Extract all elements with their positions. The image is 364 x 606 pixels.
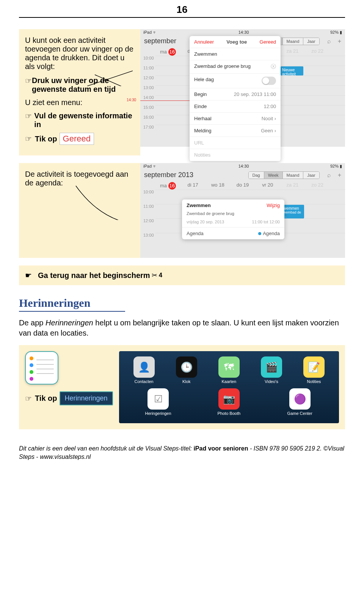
month-title: september	[144, 37, 176, 45]
seg-year[interactable]: Jaar	[303, 38, 319, 45]
ipad-screenshot-2: iPad ᯤ 14:30 92% ▮ september 2013 Dag We…	[140, 163, 345, 258]
status-bar: iPad ᯤ 14:30 92% ▮	[140, 163, 345, 170]
time-label: 11:00	[143, 66, 154, 75]
today-badge: 16	[168, 48, 176, 56]
step-tap-gereed: Tik op Gereed	[25, 133, 134, 145]
view-segments[interactable]: Dag Week Maand Jaar	[248, 171, 320, 179]
new-event-block[interactable]: Nieuwe activiteit	[281, 66, 303, 75]
time-label: 17:00	[143, 125, 154, 135]
seg-day[interactable]: Dag	[249, 172, 264, 179]
seg-month[interactable]: Maand	[283, 172, 304, 179]
status-battery: 92% ▮	[330, 30, 342, 35]
step-press: Druk uw vinger op de gewenste datum en t…	[25, 76, 134, 94]
day-fri[interactable]: vr 20	[255, 182, 280, 190]
app-videos[interactable]: 🎬Video's	[253, 356, 290, 384]
location-field[interactable]: Zwembad de groene brugⓧ	[190, 60, 281, 74]
time-label: 14:00	[143, 95, 154, 105]
plus-icon[interactable]: +	[338, 172, 341, 179]
status-left: iPad ᯤ	[143, 164, 157, 169]
status-time: 14:30	[238, 30, 249, 35]
day-mon[interactable]: ma 16	[155, 48, 180, 56]
begin-row[interactable]: Begin20 sep. 2013 11:00	[190, 88, 281, 100]
footer: Dit cahier is een deel van een hoofdstuk…	[19, 444, 345, 461]
notes-row[interactable]: Notities	[190, 149, 281, 161]
event-sub: Zwembad de g…	[281, 210, 303, 218]
page-number: 16	[19, 0, 345, 18]
instructions-1: U kunt ook een activiteit toevoegen door…	[19, 29, 140, 155]
time-label: 16:00	[143, 115, 154, 125]
day-sun[interactable]: zo 22	[305, 182, 330, 190]
add-event-popup: Annuleer Voeg toe Gereed Zwemmen Zwembad…	[190, 36, 281, 161]
time-label: 11:00	[143, 204, 154, 218]
day-sat[interactable]: za 21	[280, 182, 305, 190]
repeat-row[interactable]: HerhaalNooit ›	[190, 113, 281, 125]
time-label: 15:00	[143, 105, 154, 115]
seg-week[interactable]: Week	[264, 172, 283, 179]
seg-month[interactable]: Maand	[283, 38, 304, 45]
day-wed[interactable]: wo 18	[205, 182, 230, 190]
time-label: 13:00	[143, 233, 154, 247]
footnote-ref: 4	[159, 272, 162, 279]
done-button[interactable]: Gereed	[260, 39, 276, 45]
search-icon[interactable]: ⌕	[327, 172, 331, 179]
time-column: 10:00 11:00 12:00 13:00	[143, 190, 154, 247]
app-clock[interactable]: 🕒Klok	[168, 356, 206, 384]
popup-date: vrijdag 20 sep. 2013	[187, 220, 224, 224]
heading-underline	[19, 311, 345, 312]
end-row[interactable]: Einde12:00	[190, 100, 281, 113]
event-title: Zwemmen	[281, 206, 303, 210]
plus-icon[interactable]: +	[338, 38, 341, 45]
dot-icon	[30, 356, 33, 360]
clear-icon[interactable]: ⓧ	[271, 63, 276, 70]
time-label: 12:00	[143, 75, 154, 85]
agenda-label: Agenda	[187, 231, 204, 236]
title-field[interactable]: Zwemmen	[190, 48, 281, 60]
time-label: 10:00	[143, 56, 154, 66]
dot-icon	[30, 377, 33, 381]
dot-icon	[30, 363, 33, 367]
intro-text: U kunt ook een activiteit toevoegen door…	[25, 36, 134, 71]
allday-toggle[interactable]	[262, 77, 276, 85]
day-sat[interactable]: za 21	[280, 48, 305, 56]
month-title: september 2013	[144, 171, 193, 179]
tap-reminders: Tik op Herinneringen	[25, 391, 113, 405]
edit-button[interactable]: Wijzig	[267, 203, 280, 208]
menu-appears: U ziet een menu:	[25, 98, 134, 107]
back-to-home: Ga terug naar het beginscherm ✂ 4	[19, 265, 345, 285]
app-gamecenter[interactable]: 🟣Game Center	[281, 388, 319, 416]
time-label: 12:00	[143, 218, 154, 233]
popup-location: Zwembad de groene brug	[182, 211, 284, 218]
ipad-screenshot-1: iPad ᯤ 14:30 92% ▮ september Dag Week Ma…	[140, 29, 345, 147]
calendar-header: september 2013 Dag Week Maand Jaar ⌕ +	[140, 170, 345, 181]
search-icon[interactable]: ⌕	[327, 38, 331, 45]
status-battery: 92% ▮	[330, 164, 342, 169]
day-mon[interactable]: ma 16	[155, 182, 180, 190]
app-maps[interactable]: 🗺Kaarten	[210, 356, 248, 384]
app-photobooth[interactable]: 📷Photo Booth	[210, 388, 248, 416]
cancel-button[interactable]: Annuleer	[194, 39, 214, 45]
allday-row[interactable]: Hele dag	[190, 74, 281, 88]
event-title: Nieuwe	[282, 68, 302, 72]
added-text: De activiteit is toegevoegd aan de agend…	[25, 170, 134, 187]
scissor-icon: ✂	[152, 271, 157, 279]
app-contacts[interactable]: 👤Contacten	[125, 356, 163, 384]
app-notes[interactable]: 📝Notities	[295, 356, 333, 384]
hand-icon	[25, 111, 34, 121]
day-sun[interactable]: zo 22	[305, 48, 330, 56]
popup-event-title: Zwemmen	[187, 203, 211, 208]
day-tue[interactable]: di 17	[180, 182, 206, 190]
ipad-home-screen: 👤Contacten 🕒Klok 🗺Kaarten 🎬Video's 📝Noti…	[119, 351, 339, 423]
now-label: 14:30	[127, 98, 136, 102]
section-paragraph: De app Herinneringen helpt u om belangri…	[19, 318, 345, 338]
day-thu[interactable]: do 19	[230, 182, 255, 190]
block-added: De activiteit is toegevoegd aan de agend…	[19, 163, 345, 258]
seg-year[interactable]: Jaar	[303, 172, 319, 179]
alert-row[interactable]: MeldingGeen ›	[190, 125, 281, 137]
gereed-button-sample: Gereed	[60, 133, 94, 145]
status-left: iPad ᯤ	[143, 30, 157, 35]
url-row[interactable]: URL	[190, 137, 281, 149]
status-bar: iPad ᯤ 14:30 92% ▮	[140, 29, 345, 36]
time-column: 10:00 11:00 12:00 13:00 14:00 15:00 16:0…	[143, 56, 154, 135]
app-reminders[interactable]: ☑Heringeringen	[139, 388, 177, 416]
instructions-2: De activiteit is toegevoegd aan de agend…	[19, 163, 140, 258]
